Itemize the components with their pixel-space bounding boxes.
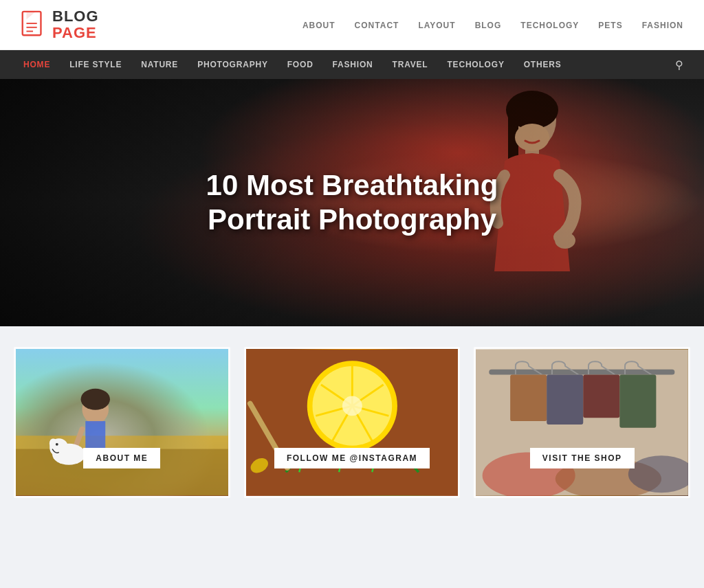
card-about-me[interactable]: ABOUT ME: [14, 347, 230, 498]
top-nav-contact[interactable]: CONTACT: [355, 21, 399, 30]
card-shop-image: [476, 349, 688, 496]
card-instagram-image: [246, 349, 459, 496]
card-shop-label-wrap: VISIT THE SHOP: [476, 448, 688, 468]
sec-nav-travel[interactable]: TRAVEL: [383, 50, 438, 79]
card-instagram-label-wrap: FOLLOW ME @INSTAGRAM: [246, 448, 459, 468]
top-nav-techology[interactable]: TECHOLOGY: [520, 21, 579, 30]
top-nav-blog[interactable]: BLOG: [475, 21, 502, 30]
top-nav-fashion[interactable]: FASHION: [642, 21, 683, 30]
logo[interactable]: BLOG PAGE: [21, 8, 99, 41]
card-shop[interactable]: VISIT THE SHOP: [474, 347, 690, 498]
sec-nav-others[interactable]: OTHERS: [514, 50, 571, 79]
hero-title: 10 Most Breathtaking Portrait Photograph…: [173, 168, 531, 238]
card-1-illustration: [16, 349, 228, 496]
logo-icon: [21, 10, 45, 39]
sec-nav-links: HOME LIFE STYLE NATURE PHOTOGRAPHY FOOD …: [14, 50, 668, 79]
logo-blog: BLOG: [52, 8, 99, 25]
card-about-me-image: [16, 349, 228, 496]
sec-nav-fashion[interactable]: FASHION: [323, 50, 383, 79]
svg-point-24: [342, 396, 362, 416]
sec-nav-food[interactable]: FOOD: [278, 50, 323, 79]
hero-section: 10 Most Breathtaking Portrait Photograph…: [0, 79, 704, 326]
sec-nav-nature[interactable]: NATURE: [131, 50, 188, 79]
top-nav-layout[interactable]: LAYOUT: [418, 21, 455, 30]
top-nav-about[interactable]: ABOUT: [302, 21, 336, 30]
search-icon[interactable]: ⚲: [668, 52, 690, 78]
svg-point-19: [56, 443, 58, 446]
cards-section: ABOUT ME: [0, 326, 704, 525]
sec-nav-home[interactable]: HOME: [14, 50, 60, 79]
top-nav-links: ABOUT CONTACT LAYOUT BLOG TECHOLOGY PETS…: [302, 19, 683, 31]
card-instagram[interactable]: FOLLOW ME @INSTAGRAM: [244, 347, 461, 498]
top-nav: BLOG PAGE ABOUT CONTACT LAYOUT BLOG TECH…: [0, 0, 704, 50]
card-about-me-label-wrap: ABOUT ME: [16, 448, 228, 468]
sec-nav-photography[interactable]: PHOTOGRAPHY: [188, 50, 278, 79]
card-instagram-label: FOLLOW ME @INSTAGRAM: [274, 448, 430, 468]
svg-rect-37: [476, 350, 688, 495]
card-2-illustration: [246, 349, 459, 496]
card-3-illustration: [476, 349, 688, 496]
sec-nav-techology[interactable]: TECHOLOGY: [437, 50, 514, 79]
hero-content: 10 Most Breathtaking Portrait Photograph…: [146, 168, 558, 238]
svg-point-14: [81, 389, 110, 410]
card-about-me-label: ABOUT ME: [83, 448, 160, 468]
secondary-nav: HOME LIFE STYLE NATURE PHOTOGRAPHY FOOD …: [0, 50, 704, 79]
logo-page: PAGE: [52, 25, 99, 41]
top-nav-pets[interactable]: PETS: [598, 21, 622, 30]
sec-nav-lifestyle[interactable]: LIFE STYLE: [60, 50, 131, 79]
card-shop-label: VISIT THE SHOP: [530, 448, 635, 468]
